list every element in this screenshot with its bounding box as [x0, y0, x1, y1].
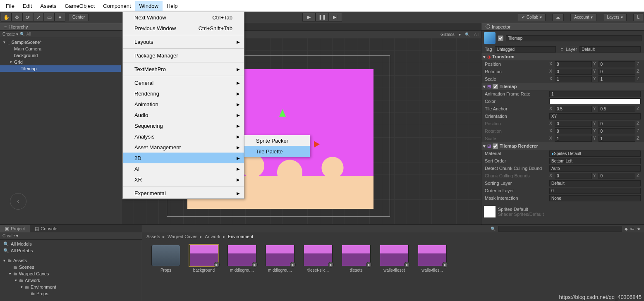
asset-item[interactable]: ▶walls-tileset: [379, 245, 409, 272]
layers-button[interactable]: Layers ▾: [603, 14, 627, 21]
tilemap-header[interactable]: ▾⊞Tilemap: [481, 83, 644, 90]
fav-prefabs[interactable]: 🔍All Prefabs: [0, 247, 142, 254]
sortorder-dropdown[interactable]: Bottom Left: [549, 158, 641, 164]
project-folder[interactable]: ▾🖿Warped Caves: [0, 270, 142, 277]
menu-tile-palette[interactable]: Tile Palette: [244, 146, 310, 157]
scale-x[interactable]: 1: [555, 76, 592, 82]
mask-dropdown[interactable]: None: [549, 195, 641, 201]
pivot-toggle[interactable]: Center: [69, 14, 89, 21]
menu-asset-mgmt[interactable]: Asset Management▶: [123, 142, 244, 153]
expand-icon[interactable]: ▶: [366, 262, 372, 268]
menu-package-manager[interactable]: Package Manager: [123, 50, 244, 61]
create-button[interactable]: Create ▾: [2, 234, 18, 238]
hierarchy-item[interactable]: Main Camera: [0, 45, 121, 52]
cloud-button[interactable]: ☁: [552, 14, 564, 21]
menu-animation[interactable]: Animation▶: [123, 99, 244, 110]
menu-gameobject[interactable]: GameObject: [60, 1, 99, 11]
menu-layouts[interactable]: Layouts▶: [123, 36, 244, 47]
anchor-y[interactable]: 0.5: [599, 106, 636, 112]
menu-edit[interactable]: Edit: [19, 1, 36, 11]
expand-icon[interactable]: ▶: [290, 262, 296, 268]
menu-xr[interactable]: XR▶: [123, 174, 244, 185]
scene-search[interactable]: All: [474, 32, 479, 37]
hierarchy-search[interactable]: All: [26, 32, 31, 36]
menu-general[interactable]: General▶: [123, 77, 244, 88]
menu-component[interactable]: Component: [99, 1, 135, 11]
project-folder[interactable]: 🖿Props: [0, 290, 142, 297]
play-button[interactable]: ▶: [302, 13, 316, 22]
rotate-tool[interactable]: ⟳: [22, 13, 33, 22]
order-field[interactable]: 0: [549, 188, 641, 194]
tilemap-enable[interactable]: [493, 84, 498, 89]
renderer-enable[interactable]: [493, 143, 498, 149]
tab-project[interactable]: ▣Project: [0, 225, 30, 232]
filter-icon[interactable]: ◆: [625, 227, 628, 231]
crumb-artwork[interactable]: Artwork: [205, 234, 220, 239]
project-search[interactable]: [498, 226, 622, 232]
object-name-field[interactable]: Tilemap: [506, 35, 642, 41]
layout-button[interactable]: L: [633, 14, 643, 21]
orientation-dropdown[interactable]: XY: [549, 113, 641, 119]
crumb-warped[interactable]: Warped Caves: [168, 234, 197, 239]
menu-sequencing[interactable]: Sequencing▶: [123, 120, 244, 131]
menu-audio[interactable]: Audio▶: [123, 110, 244, 120]
menu-2d[interactable]: 2D▶: [123, 153, 244, 163]
asset-item[interactable]: ▶middlegrou...: [227, 245, 257, 272]
hierarchy-tab[interactable]: ≡Hierarchy: [0, 23, 121, 31]
menu-ai[interactable]: AI▶: [123, 163, 244, 174]
pos-x[interactable]: 0: [555, 61, 592, 67]
inspector-tab[interactable]: ⓘInspector: [481, 23, 644, 31]
gameobject-icon[interactable]: [484, 32, 496, 44]
menu-help[interactable]: Help: [163, 1, 182, 11]
gizmos-toggle[interactable]: Gizmos: [441, 32, 455, 37]
collab-button[interactable]: ✔ Collab ▾: [518, 14, 546, 21]
expand-icon[interactable]: ▶: [214, 262, 220, 268]
menu-next-window[interactable]: Next WindowCtrl+Tab: [123, 12, 244, 23]
project-folder[interactable]: 🖿Scenes: [0, 264, 142, 270]
asset-item[interactable]: ▶middlegrou...: [265, 245, 295, 272]
hierarchy-item[interactable]: ▾⬚ SampleScene*: [0, 39, 121, 45]
transform-header[interactable]: ▾⬗Transform: [481, 53, 644, 60]
color-field[interactable]: [549, 98, 641, 104]
move-tool[interactable]: ✥: [12, 13, 22, 22]
layer-dropdown[interactable]: Default: [579, 46, 641, 53]
pos-y[interactable]: 0: [599, 61, 636, 67]
asset-item[interactable]: ▶walls-tiles...: [417, 245, 448, 272]
favorite-icon[interactable]: ★: [637, 227, 641, 231]
renderer-header[interactable]: ▾⊞Tilemap Renderer: [481, 142, 644, 150]
pause-button[interactable]: ❚❚: [316, 13, 329, 22]
anim-framerate[interactable]: 1: [549, 91, 641, 97]
expand-icon[interactable]: ▶: [252, 262, 258, 268]
step-button[interactable]: ▶|: [329, 13, 342, 22]
fav-models[interactable]: 🔍All Models: [0, 241, 142, 247]
asset-item[interactable]: ▶background: [189, 245, 219, 272]
expand-icon[interactable]: ▶: [328, 262, 334, 268]
tab-console[interactable]: ▤Console: [30, 225, 62, 232]
scale-tool[interactable]: ⤢: [33, 13, 44, 22]
sortlayer-dropdown[interactable]: Default: [549, 180, 641, 186]
crumb-environment[interactable]: Environment: [228, 234, 254, 239]
menu-experimental[interactable]: Experimental▶: [123, 188, 244, 198]
expand-icon[interactable]: ▶: [404, 262, 410, 268]
menu-rendering[interactable]: Rendering▶: [123, 88, 244, 99]
scale-y[interactable]: 1: [599, 76, 636, 82]
rot-x[interactable]: 0: [555, 69, 592, 75]
tag-dropdown[interactable]: Untagged: [495, 46, 556, 53]
create-button[interactable]: Create ▾: [2, 32, 18, 36]
back-button[interactable]: ‹: [10, 193, 26, 210]
hierarchy-item[interactable]: Tilemap: [0, 65, 121, 72]
menu-textmeshpro[interactable]: TextMeshPro▶: [123, 64, 244, 74]
account-button[interactable]: Account ▾: [570, 14, 596, 21]
crumb-assets[interactable]: Assets: [146, 234, 160, 239]
hand-tool[interactable]: ✋: [1, 13, 12, 22]
menu-prev-window[interactable]: Previous WindowCtrl+Shift+Tab: [123, 23, 244, 33]
asset-item[interactable]: ▶tilesets: [341, 245, 371, 272]
project-folder[interactable]: ▾🖿Artwork: [0, 277, 142, 284]
menu-assets[interactable]: Assets: [36, 1, 60, 11]
project-folder[interactable]: ▾🖿Assets: [0, 257, 142, 264]
detect-dropdown[interactable]: Auto: [549, 165, 641, 172]
transform-tool[interactable]: ✦: [55, 13, 65, 22]
anchor-x[interactable]: 0.5: [555, 106, 592, 112]
label-icon[interactable]: 🏷: [630, 227, 634, 231]
project-folder[interactable]: ▾🖿Environment: [0, 284, 142, 290]
